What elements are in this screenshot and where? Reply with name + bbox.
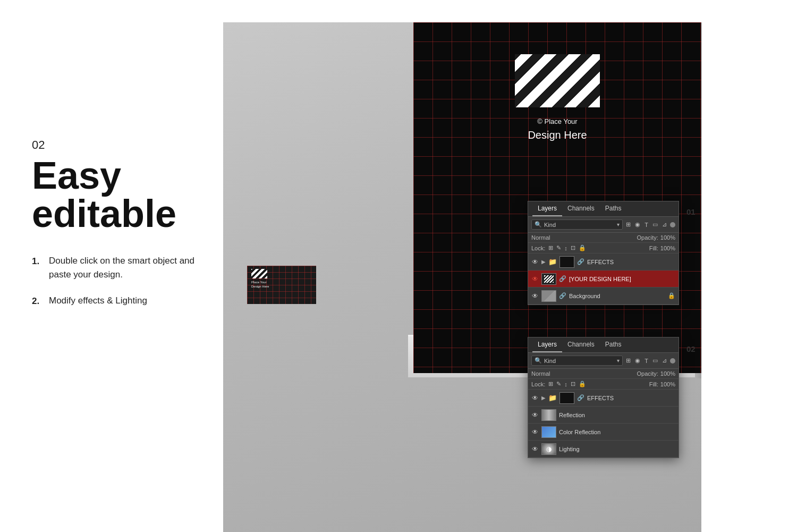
opacity-label-2: Opacity: — [637, 370, 658, 377]
step-num-1: 1. — [32, 254, 49, 268]
visibility-icon-cr[interactable]: 👁 — [531, 428, 539, 436]
fill-label-2: Fill: — [649, 381, 658, 387]
fill-label: Fill: — [649, 245, 658, 251]
lock-label-2: Lock: — [531, 381, 545, 387]
layer-thumbnail-e2 — [559, 392, 574, 404]
lock-icon-2: ✎ — [556, 244, 561, 251]
layer-color-reflection[interactable]: 👁 Color Reflection — [528, 424, 679, 441]
left-panel: 02 Easyeditable 1. Double click on the s… — [32, 138, 213, 321]
panel1-lock-row: Lock: ⊞ ✎ ↕ ⊡ 🔒 Fill: 100% — [528, 243, 679, 254]
shape-icon-2[interactable]: ▭ — [651, 357, 659, 365]
blend-mode-label[interactable]: Normal — [531, 234, 550, 241]
layer-background[interactable]: 👁 🔗 Background 🔒 — [528, 288, 679, 305]
layer-reflection[interactable]: 👁 Reflection — [528, 407, 679, 424]
tab-channels-2[interactable]: Channels — [562, 337, 600, 352]
opacity-value[interactable]: 100% — [660, 234, 675, 241]
adjust-icon-2[interactable]: ⊞ — [625, 357, 632, 365]
opacity-label: Opacity: — [637, 234, 658, 241]
visibility-icon[interactable]: 👁 — [531, 275, 539, 283]
dropdown-icon-2: ▾ — [617, 358, 620, 364]
black-board: © Place Your Design Here — [413, 22, 701, 373]
step-number: 02 — [32, 138, 213, 152]
lock-icon-2e: 🔒 — [579, 381, 586, 387]
visibility-icon[interactable]: 👁 — [531, 258, 539, 266]
kind-label: Kind — [544, 222, 615, 228]
layer-design[interactable]: 👁 🔗 [YOUR DESIGN HERE] — [528, 271, 679, 288]
tab-channels-1[interactable]: Channels — [562, 201, 600, 216]
place-text: © Place Your Design Here — [483, 117, 632, 142]
opacity-value-2[interactable]: 100% — [660, 370, 675, 377]
tab-paths-1[interactable]: Paths — [600, 201, 627, 216]
copyright-symbol: © Place Your — [483, 117, 632, 126]
fill-value[interactable]: 100% — [660, 245, 675, 251]
layer-name-bg: Background — [569, 293, 665, 299]
steps-list: 1. Double click on the smart object and … — [32, 254, 213, 308]
text-icon-2[interactable]: T — [643, 357, 649, 365]
panel2-options-row: Normal Opacity: 100% — [528, 369, 679, 379]
layer-thumbnail — [559, 256, 574, 268]
dropdown-icon: ▾ — [617, 222, 620, 227]
tab-layers-1[interactable]: Layers — [532, 201, 562, 216]
search-icon: 🔍 — [535, 221, 542, 228]
layer-lighting[interactable]: 👁 Lighting — [528, 441, 679, 458]
expand-icon[interactable]: ▶ — [541, 259, 546, 265]
panel2-search[interactable]: 🔍 Kind ▾ — [531, 356, 623, 366]
tab-layers-2[interactable]: Layers — [532, 337, 562, 352]
layer-thumbnail-color-reflect — [541, 426, 556, 438]
adjust-icon[interactable]: ⊞ — [625, 221, 632, 229]
opacity-control-2: Opacity: 100% — [637, 370, 676, 377]
mask-icon[interactable]: ◉ — [634, 221, 641, 229]
small-card-content: Place YourDesign Here — [251, 269, 269, 289]
layer-name-lighting: Lighting — [559, 446, 675, 452]
link-icon-e2: 🔗 — [577, 394, 584, 401]
small-card-text: Place YourDesign Here — [251, 281, 269, 289]
layer-name-effects-2: EFFECTS — [587, 395, 675, 401]
smart-icon-2[interactable]: ⊿ — [661, 357, 668, 365]
lock-icon-1: ⊞ — [548, 244, 553, 251]
tab-paths-2[interactable]: Paths — [600, 337, 627, 352]
step-text-2: Modify effects & Lighting — [49, 294, 147, 308]
panel2-toolbar: 🔍 Kind ▾ ⊞ ◉ T ▭ ⊿ — [528, 353, 679, 369]
lock-icon-2b: ✎ — [556, 381, 561, 387]
panel1-search[interactable]: 🔍 Kind ▾ — [531, 219, 623, 230]
expand-icon-2[interactable]: ▶ — [541, 395, 546, 401]
visibility-icon-r[interactable]: 👁 — [531, 411, 539, 419]
step-text-1: Double click on the smart object and pas… — [49, 254, 213, 281]
small-card-stripe — [251, 269, 267, 278]
smart-icon[interactable]: ⊿ — [661, 221, 668, 229]
blend-mode-label-2[interactable]: Normal — [531, 370, 550, 377]
fill-value-2[interactable]: 100% — [660, 381, 675, 387]
list-item: 1. Double click on the smart object and … — [32, 254, 213, 281]
folder-icon-2: 📁 — [548, 394, 557, 402]
lock-icon-2d: ⊡ — [571, 381, 575, 387]
kind-label-2: Kind — [544, 358, 615, 364]
layer-name-color-reflect: Color Reflection — [559, 429, 675, 435]
panel-label-1: 01 — [686, 207, 696, 216]
lock-icon-2a: ⊞ — [548, 381, 553, 387]
photoshop-panel-2: Layers Channels Paths 🔍 Kind ▾ ⊞ ◉ T ▭ ⊿… — [528, 337, 679, 458]
panel1-tab-bar: Layers Channels Paths — [528, 201, 679, 217]
step-num-2: 2. — [32, 294, 49, 308]
layer-effects-2[interactable]: 👁 ▶ 📁 🔗 EFFECTS — [528, 390, 679, 407]
layer-thumbnail-bg — [541, 290, 556, 302]
visibility-icon-e2[interactable]: 👁 — [531, 394, 539, 402]
layer-name-design: [YOUR DESIGN HERE] — [569, 276, 675, 282]
lock-icon: 🔒 — [668, 292, 675, 299]
visibility-icon-l[interactable]: 👁 — [531, 445, 539, 453]
text-icon[interactable]: T — [643, 221, 649, 229]
board-content: © Place Your Design Here — [483, 54, 632, 142]
visibility-icon[interactable]: 👁 — [531, 292, 539, 300]
panel1-options-row: Normal Opacity: 100% — [528, 233, 679, 243]
link-icon: 🔗 — [577, 258, 584, 265]
panel2-lock-row: Lock: ⊞ ✎ ↕ ⊡ 🔒 Fill: 100% — [528, 379, 679, 390]
layer-effects-1[interactable]: 👁 ▶ 📁 🔗 EFFECTS — [528, 254, 679, 271]
search-icon-2: 🔍 — [535, 357, 542, 364]
fill-control-2: Fill: 100% — [649, 381, 675, 387]
small-card: Place YourDesign Here — [247, 266, 316, 304]
panel-label-2: 02 — [686, 344, 696, 353]
panel2-tab-bar: Layers Channels Paths — [528, 337, 679, 353]
shape-icon[interactable]: ▭ — [651, 221, 659, 229]
lock-label: Lock: — [531, 245, 545, 251]
lock-icon-4: ⊡ — [571, 244, 575, 251]
mask-icon-2[interactable]: ◉ — [634, 357, 641, 365]
